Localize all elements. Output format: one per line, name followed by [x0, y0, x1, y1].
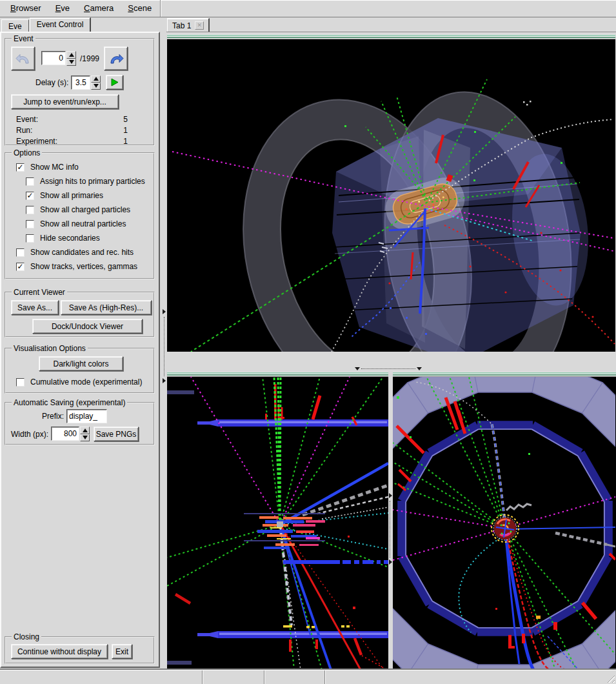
event-number-input[interactable] — [41, 51, 66, 65]
menu-camera[interactable]: Camera — [77, 1, 121, 16]
dark-light-colors-button[interactable]: Dark/light colors — [39, 356, 123, 371]
checkbox-icon[interactable] — [16, 248, 25, 257]
option-show-candidates-and-rec-hits[interactable]: Show candidates and rec. hits — [7, 245, 152, 259]
save-as-highres-button[interactable]: Save As (High-Res)... — [61, 300, 152, 315]
option-label: Show tracks, vertices, gammas — [30, 262, 137, 271]
splitter-dotted-handle[interactable] — [390, 501, 390, 558]
option-show-all-charged-particles[interactable]: Show all charged particles — [7, 203, 152, 217]
checkbox-icon[interactable]: ✓ — [16, 263, 25, 271]
splitter-arrow-icon[interactable] — [389, 493, 392, 498]
event-spin-up[interactable] — [66, 51, 76, 59]
info-label: Run: — [16, 126, 32, 135]
bottom-splitter — [388, 372, 393, 670]
viewer-tabbar: Tab 1 ✕ — [166, 17, 616, 32]
checkbox-icon[interactable]: ✓ — [26, 192, 34, 200]
tab-close-icon[interactable]: ✕ — [195, 21, 204, 30]
cumulative-mode-label: Cumulative mode (experimental) — [30, 377, 142, 387]
prefix-label: Prefix: — [42, 412, 64, 421]
viewer-rz-viewport[interactable] — [167, 377, 388, 670]
statusbar-cell — [264, 670, 325, 684]
info-run: Run:1 — [7, 125, 152, 136]
viewer-3d-viewport[interactable] — [167, 39, 615, 352]
cumulative-mode-checkbox[interactable]: Cumulative mode (experimental) — [7, 375, 152, 389]
checkbox-icon[interactable] — [26, 234, 34, 243]
checkbox-icon[interactable] — [26, 206, 34, 214]
checkbox-icon[interactable]: ✓ — [16, 163, 25, 172]
viewer-rz — [167, 372, 388, 670]
splitter-arrow-icon[interactable] — [163, 378, 166, 383]
control-sidebar: EveEvent Control Event — [0, 17, 163, 670]
splitter-arrow-icon[interactable] — [417, 367, 422, 370]
save-pngs-button[interactable]: Save PNGs — [94, 427, 139, 441]
splitter-arrow-icon[interactable] — [389, 559, 392, 565]
option-show-mc-info[interactable]: ✓Show MC info — [7, 160, 152, 174]
width-spin-up[interactable] — [80, 427, 90, 434]
splitter-arrow-icon[interactable] — [163, 309, 166, 314]
next-event-button[interactable] — [104, 46, 128, 70]
play-button[interactable] — [106, 75, 123, 90]
tab-event-control[interactable]: Event Control — [30, 17, 92, 32]
viewer-xy — [393, 372, 616, 670]
tab-label: Tab 1 — [172, 21, 191, 30]
viewer-xy-canvas[interactable] — [393, 377, 615, 670]
visualisation-title: Visualisation Options — [12, 344, 88, 353]
options-group: Options ✓Show MC infoAssign hits to prim… — [5, 148, 155, 279]
option-show-all-primaries[interactable]: ✓Show all primaries — [7, 188, 152, 203]
width-input[interactable] — [51, 427, 79, 441]
splitter-handle[interactable] — [355, 367, 422, 371]
previous-event-button[interactable] — [11, 46, 35, 70]
menu-eve[interactable]: Eve — [48, 1, 77, 16]
auto-saving-title: Automatic Saving (experimental) — [12, 398, 127, 407]
statusbar — [0, 670, 616, 684]
info-value: 5 — [123, 115, 128, 124]
menu-browser[interactable]: Browser — [3, 1, 48, 16]
delay-input[interactable] — [71, 75, 90, 90]
viewer-3d-canvas[interactable] — [167, 39, 615, 352]
option-assign-hits-to-primary-particles[interactable]: Assign hits to primary particles — [7, 174, 152, 188]
play-icon — [110, 78, 119, 86]
horizontal-splitter[interactable] — [166, 366, 616, 372]
width-spin-down[interactable] — [80, 434, 90, 442]
option-hide-secondaries[interactable]: Hide secondaries — [7, 231, 152, 245]
option-label: Show MC info — [30, 163, 79, 172]
continue-without-display-button[interactable]: Continue without display — [11, 644, 108, 659]
viewer-rz-canvas[interactable] — [167, 377, 388, 670]
info-event: Event:5 — [7, 114, 152, 125]
statusbar-cell — [203, 670, 264, 684]
splitter-dotted-handle[interactable] — [164, 317, 164, 376]
viewer-3d-titlebar[interactable] — [167, 34, 615, 39]
closing-group: Closing Continue without display Exit — [5, 632, 155, 664]
info-label: Event: — [16, 115, 38, 124]
viewer-rz-titlebar[interactable] — [167, 372, 388, 377]
option-label: Show all charged particles — [40, 205, 130, 214]
option-show-all-neutral-particles[interactable]: Show all neutral particles — [7, 217, 152, 231]
splitter-arrow-icon[interactable] — [355, 367, 360, 370]
info-label: Experiment: — [16, 137, 57, 146]
forward-arrow-icon — [108, 52, 124, 65]
tab-tab1[interactable]: Tab 1 ✕ — [167, 18, 210, 32]
menu-scene[interactable]: Scene — [121, 1, 159, 16]
event-display-window: BrowserEveCameraScene EveEvent Control E… — [0, 0, 616, 684]
jump-to-event-button[interactable]: Jump to event/run/exp... — [11, 94, 119, 109]
tab-eve[interactable]: Eve — [1, 19, 29, 32]
auto-saving-group: Automatic Saving (experimental) Prefix: … — [5, 398, 155, 445]
delay-spin-down[interactable] — [91, 83, 101, 90]
viewer-area: Tab 1 ✕ — [166, 17, 616, 670]
splitter-dotted-handle[interactable] — [361, 368, 415, 369]
viewer-xy-viewport[interactable] — [393, 377, 616, 670]
event-spin-down[interactable] — [66, 59, 76, 66]
delay-spin-up[interactable] — [91, 75, 101, 83]
menubar-separator — [160, 0, 161, 17]
prefix-input[interactable] — [66, 409, 107, 423]
save-as-button[interactable]: Save As... — [11, 300, 59, 315]
visualisation-group: Visualisation Options Dark/light colors … — [5, 344, 155, 394]
option-show-tracks-vertices-gammas[interactable]: ✓Show tracks, vertices, gammas — [7, 259, 152, 274]
option-label: Hide secondaries — [40, 234, 100, 243]
option-label: Show all primaries — [40, 191, 103, 200]
checkbox-icon[interactable] — [16, 378, 25, 387]
viewer-xy-titlebar[interactable] — [393, 372, 616, 377]
dock-undock-button[interactable]: Dock/Undock Viewer — [32, 319, 143, 334]
checkbox-icon[interactable] — [26, 220, 34, 228]
exit-button[interactable]: Exit — [112, 644, 132, 659]
checkbox-icon[interactable] — [26, 177, 34, 186]
